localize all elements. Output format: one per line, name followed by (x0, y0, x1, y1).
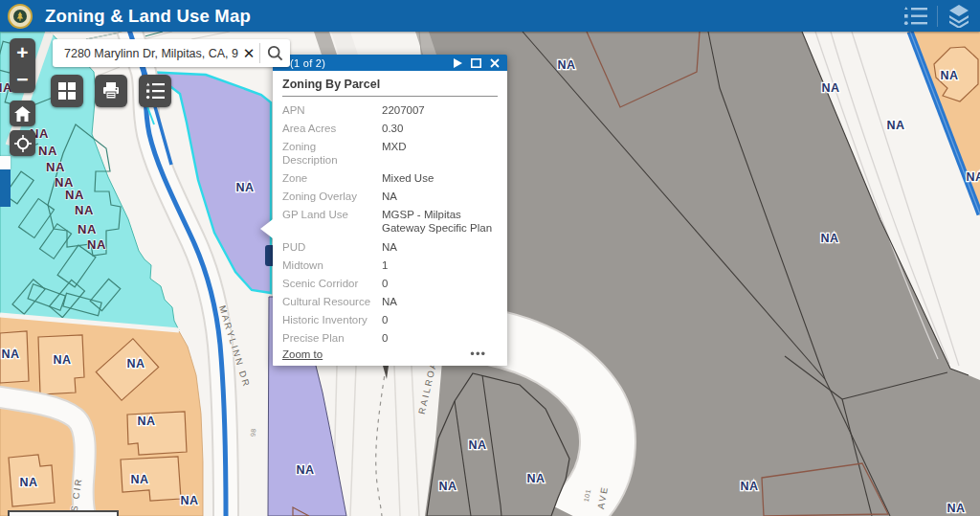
seal-inner-disc (13, 10, 27, 23)
field-label: Zone (282, 171, 372, 185)
popup-callout-tail (260, 219, 273, 238)
locate-icon (14, 135, 32, 152)
popup-divider (282, 96, 498, 97)
map-label-na: NA (947, 502, 966, 515)
field-value: Mixed Use (380, 171, 498, 185)
print-button[interactable] (95, 75, 127, 107)
popup-maximize-icon[interactable] (471, 58, 481, 68)
map-label-na: NA (127, 357, 145, 370)
field-label: Zoning Description (282, 140, 372, 167)
popup-field-row: Midtown1 (282, 258, 498, 272)
search-submit-button[interactable] (260, 39, 290, 67)
search-clear-button[interactable]: ✕ (238, 43, 259, 64)
popup-fields: APN2207007Area Acres0.30Zoning Descripti… (282, 103, 498, 345)
map-label-na: NA (887, 119, 905, 132)
basemap-gallery-button[interactable] (51, 75, 83, 107)
feature-popup: (1 of 2) Zoning By Parcel APN2207007Area… (273, 55, 507, 366)
field-value: 0 (380, 277, 498, 290)
field-label: Scenic Corridor (282, 277, 372, 290)
search-widget: ✕ (53, 39, 290, 67)
field-label: Midtown (282, 258, 372, 272)
layers-button[interactable] (938, 0, 980, 32)
map-label-na: NA (469, 438, 487, 452)
popup-body: Zoning By Parcel APN2207007Area Acres0.3… (273, 71, 507, 366)
field-value: 0.30 (380, 122, 498, 135)
map-label-na: NA (87, 237, 106, 252)
popup-close-icon[interactable] (490, 58, 500, 68)
map-label-na: NA (65, 188, 84, 202)
zoom-in-button[interactable]: + (10, 38, 35, 66)
legend-widget-button[interactable] (139, 75, 171, 107)
home-button[interactable] (10, 101, 35, 126)
map-label-na: NA (20, 476, 38, 489)
field-label: Cultural Resource (282, 295, 372, 308)
map-label-na: NA (941, 69, 959, 82)
popup-field-row: Historic Inventory0 (282, 313, 498, 326)
map-label-na: NA (741, 480, 759, 493)
map-label-na: NA (967, 170, 980, 184)
search-icon (267, 45, 283, 61)
map-label-na: NA (131, 473, 149, 486)
popup-field-row: GP Land UseMGSP - Milpitas Gateway Speci… (282, 208, 498, 235)
field-label: Precise Plan (282, 331, 372, 345)
map-application: NANANANANANANANANANANANANANANANANANANANA… (0, 0, 980, 516)
side-panel-tab[interactable] (0, 156, 11, 169)
field-value: MGSP - Milpitas Gateway Specific Plan (380, 208, 498, 235)
legend-button[interactable] (895, 0, 937, 32)
map-label-na: NA (822, 81, 840, 95)
popup-next-icon[interactable] (454, 58, 462, 68)
my-location-button[interactable] (10, 130, 35, 156)
map-label-na: NA (297, 463, 315, 477)
field-label: Zoning Overlay (282, 190, 372, 203)
map-label-na: NA (54, 353, 72, 367)
map-label-street: 98 (250, 428, 257, 437)
attribute-table-edge[interactable] (8, 510, 119, 516)
popup-titlebar[interactable]: (1 of 2) (273, 55, 507, 71)
legend-list-icon (145, 81, 166, 101)
popup-field-row: Cultural ResourceNA (282, 295, 498, 308)
field-value: NA (380, 240, 498, 254)
popup-field-row: Area Acres0.30 (282, 122, 498, 135)
map-label-na: NA (138, 415, 156, 428)
layers-icon (946, 5, 972, 28)
basemap-grid-icon (57, 81, 77, 101)
field-value: 2207007 (380, 103, 498, 117)
field-label: APN (282, 103, 372, 117)
map-label-na: NA (46, 160, 65, 174)
zoom-out-button[interactable]: − (10, 66, 35, 94)
popup-title: Zoning By Parcel (282, 77, 498, 96)
map-label-na: NA (558, 58, 576, 72)
popup-field-row: ZoneMixed Use (282, 171, 498, 185)
map-label-na: NA (181, 494, 199, 507)
field-label: Area Acres (282, 122, 372, 135)
popup-more-actions[interactable]: ••• (470, 351, 498, 357)
popup-field-row: Zoning DescriptionMXD (282, 140, 498, 167)
field-value: NA (380, 295, 498, 308)
printer-icon (101, 81, 121, 101)
map-label-na: NA (78, 222, 97, 236)
popup-field-row: Precise Plan0 (282, 331, 498, 345)
field-value: 0 (380, 313, 498, 326)
home-icon (14, 106, 31, 122)
map-label-na: NA (75, 203, 94, 217)
map-label-na: NA (821, 232, 839, 245)
popup-field-row: APN2207007 (282, 103, 498, 117)
field-label: GP Land Use (282, 208, 372, 235)
popup-footer: Zoom to ••• (282, 348, 498, 360)
seal-tree-icon (16, 11, 24, 21)
city-seal-logo (8, 4, 33, 29)
side-panel-tab-active[interactable] (0, 169, 11, 207)
field-value: 1 (380, 258, 498, 272)
field-value: 0 (380, 331, 498, 345)
app-header: Zoning & Land Use Map (0, 0, 980, 32)
zoom-to-link[interactable]: Zoom to (282, 348, 323, 360)
field-label: Historic Inventory (282, 313, 372, 326)
popup-field-row: PUDNA (282, 240, 498, 254)
popup-field-row: Scenic Corridor0 (282, 277, 498, 290)
legend-icon (903, 6, 928, 27)
map-label-na: NA (527, 472, 546, 485)
map-label-na: NA (236, 181, 255, 194)
search-input[interactable] (53, 47, 238, 60)
map-label-na: NA (2, 348, 20, 361)
field-value: MXD (380, 140, 498, 167)
